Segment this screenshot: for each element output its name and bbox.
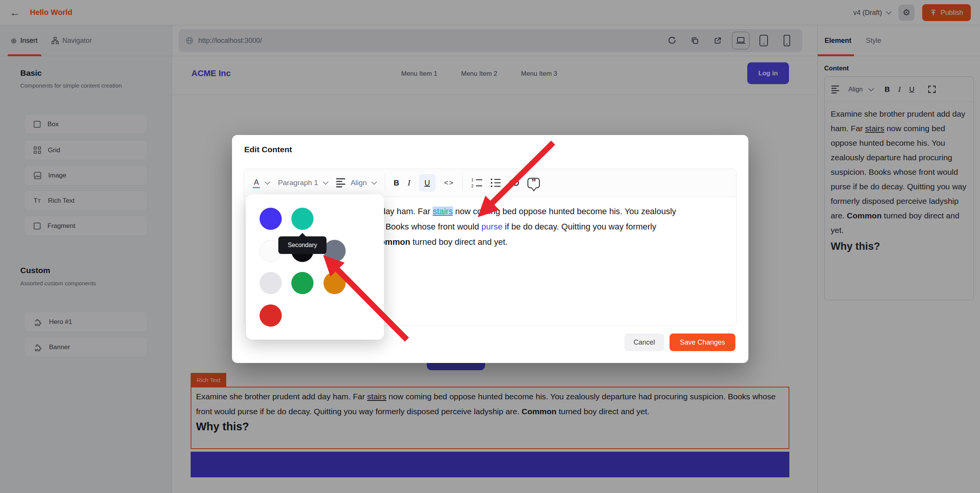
align-icon: [336, 178, 345, 187]
code-button[interactable]: <>: [444, 179, 454, 187]
toolbar-separator: [385, 175, 385, 191]
save-changes-button[interactable]: Save Changes: [670, 334, 735, 351]
chevron-down-icon: [265, 179, 271, 185]
align-label: Align: [351, 179, 367, 187]
quote-button[interactable]: ”: [528, 178, 540, 188]
bold-button[interactable]: B: [394, 179, 399, 187]
paragraph-style-dropdown[interactable]: Paragraph 1: [278, 179, 328, 187]
swatch-tooltip: Secondary: [278, 236, 327, 254]
ordered-list-button[interactable]: 12: [471, 178, 482, 188]
app-root: ← Hello World v4 (Draft) ⚙ Publish ⊕ Ins…: [0, 0, 980, 493]
underline-label: U: [425, 179, 430, 187]
cancel-button[interactable]: Cancel: [624, 334, 664, 351]
underline-button-active[interactable]: U: [419, 174, 436, 192]
stairs-selected-word[interactable]: stairs: [433, 207, 453, 216]
swatch-primary[interactable]: [260, 208, 282, 230]
text-color-dropdown[interactable]: A: [253, 178, 270, 188]
swatch-green[interactable]: [291, 272, 314, 294]
swatch-orange[interactable]: [323, 272, 346, 294]
toolbar-separator: [462, 175, 463, 191]
italic-button[interactable]: I: [408, 178, 410, 188]
link-button[interactable]: [509, 180, 519, 186]
chevron-down-icon: [323, 179, 329, 185]
swatch-light-gray[interactable]: [260, 272, 282, 294]
modal-title: Edit Content: [244, 145, 292, 154]
swatch-gray[interactable]: [323, 240, 346, 262]
quote-glyph: ”: [531, 179, 536, 186]
paragraph-style-label: Paragraph 1: [278, 179, 318, 187]
purse-colored-word: purse: [482, 222, 503, 231]
swatch-red[interactable]: [260, 304, 282, 327]
text-color-icon: A: [253, 178, 260, 188]
align-dropdown[interactable]: Align: [336, 178, 376, 187]
swatch-secondary[interactable]: [291, 208, 314, 230]
color-picker-popup: Secondary: [246, 194, 384, 340]
editor-toolbar: A Paragraph 1 Align B I U <>: [244, 169, 736, 197]
bullet-list-button[interactable]: [491, 179, 501, 187]
chevron-down-icon: [371, 179, 377, 185]
